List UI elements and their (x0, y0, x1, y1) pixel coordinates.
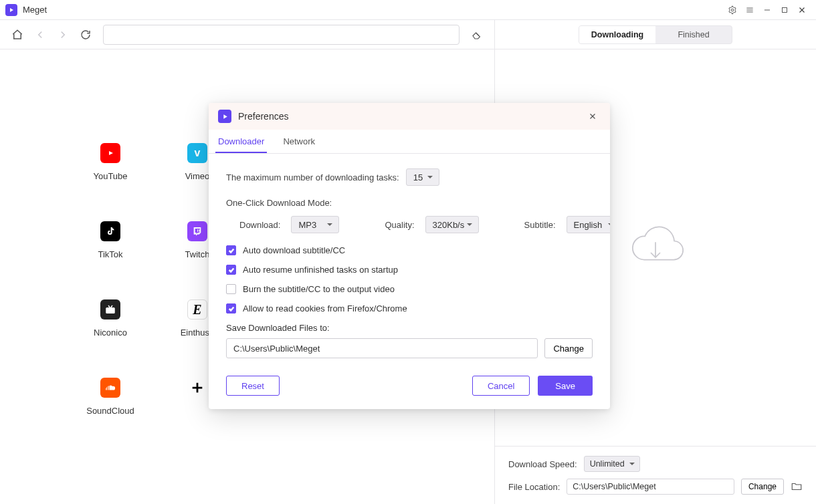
site-youtube[interactable]: YouTube (67, 143, 154, 181)
save-to-label: Save Downloaded Files to: (226, 323, 593, 333)
einthusan-icon: E (187, 299, 207, 320)
download-speed-select[interactable]: Unlimited (584, 456, 640, 472)
save-path-input[interactable]: C:\Users\Public\Meget (226, 338, 538, 358)
youtube-icon (100, 143, 120, 163)
app-logo-icon (5, 4, 17, 16)
quality-select[interactable]: 320Kb/s (425, 216, 479, 233)
menu-icon[interactable] (741, 1, 758, 19)
max-tasks-select[interactable]: 15 (406, 168, 439, 186)
title-bar: Meget (0, 0, 816, 20)
tab-network[interactable]: Network (280, 131, 318, 153)
checkbox-auto-subtitle[interactable] (226, 245, 236, 255)
vimeo-icon: v (187, 143, 207, 163)
app-name: Meget (23, 5, 47, 15)
browser-toolbar (0, 20, 494, 49)
clear-icon[interactable] (468, 25, 486, 44)
svg-point-0 (731, 9, 734, 11)
address-bar[interactable] (103, 25, 460, 45)
subtitle-label: Subtitle: (524, 220, 556, 230)
svg-rect-5 (783, 7, 787, 12)
checkbox-auto-resume-label: Auto resume unfinished tasks on startup (243, 265, 398, 275)
soundcloud-icon (100, 378, 120, 398)
site-soundcloud[interactable]: SoundCloud (67, 378, 154, 416)
save-path-change-button[interactable]: Change (544, 338, 593, 358)
download-tabs: Downloading Finished (495, 20, 816, 49)
site-niconico[interactable]: Niconico (67, 299, 154, 338)
checkbox-auto-subtitle-label: Auto download subtitle/CC (243, 245, 345, 255)
dialog-titlebar: Preferences (209, 103, 610, 130)
tab-finished[interactable]: Finished (655, 26, 732, 43)
download-format-select[interactable]: MP3 (291, 216, 339, 233)
home-icon[interactable] (8, 25, 27, 44)
minimize-button[interactable] (758, 1, 776, 19)
tab-downloading[interactable]: Downloading (579, 26, 655, 43)
twitch-icon (187, 221, 207, 241)
change-location-button[interactable]: Change (741, 479, 784, 495)
dialog-logo-icon (218, 110, 231, 123)
niconico-icon (100, 299, 120, 320)
site-tiktok[interactable]: TikTok (67, 221, 154, 259)
reset-button[interactable]: Reset (226, 376, 280, 396)
checkbox-cookies[interactable] (226, 303, 236, 313)
checkbox-cookies-label: Allow to read cookies from Firefox/Chrom… (243, 303, 407, 313)
forward-icon[interactable] (54, 25, 72, 44)
tab-downloader[interactable]: Downloader (215, 131, 267, 153)
download-speed-label: Download Speed: (508, 459, 577, 469)
cloud-download-icon (625, 225, 686, 271)
file-location-label: File Location: (508, 482, 560, 492)
plus-icon (187, 378, 207, 398)
close-button[interactable] (793, 1, 811, 19)
dialog-close-button[interactable] (585, 108, 601, 124)
reload-icon[interactable] (76, 25, 95, 44)
quality-label: Quality: (385, 220, 414, 230)
checkbox-auto-resume[interactable] (226, 265, 236, 275)
subtitle-select[interactable]: English (567, 216, 611, 233)
one-click-label: One-Click Download Mode: (226, 198, 332, 208)
tiktok-icon (100, 221, 120, 241)
dialog-title: Preferences (238, 111, 288, 122)
svg-rect-8 (106, 307, 115, 313)
settings-icon[interactable] (724, 1, 741, 19)
download-format-label: Download: (239, 220, 280, 230)
open-folder-icon[interactable] (791, 481, 803, 493)
checkbox-burn-subtitle[interactable] (226, 284, 236, 294)
maximize-button[interactable] (776, 1, 793, 19)
bottom-panel: Download Speed: Unlimited File Location:… (495, 446, 816, 504)
dialog-tabs: Downloader Network (209, 130, 610, 154)
back-icon[interactable] (31, 25, 49, 44)
preferences-dialog: Preferences Downloader Network The maxim… (209, 103, 610, 409)
file-location-path[interactable]: C:\Users\Public\Meget (567, 479, 734, 495)
max-tasks-label: The maximum number of downloading tasks: (226, 172, 399, 182)
save-button[interactable]: Save (538, 376, 593, 396)
checkbox-burn-subtitle-label: Burn the subtitle/CC to the output video (243, 284, 395, 294)
cancel-button[interactable]: Cancel (472, 376, 530, 396)
